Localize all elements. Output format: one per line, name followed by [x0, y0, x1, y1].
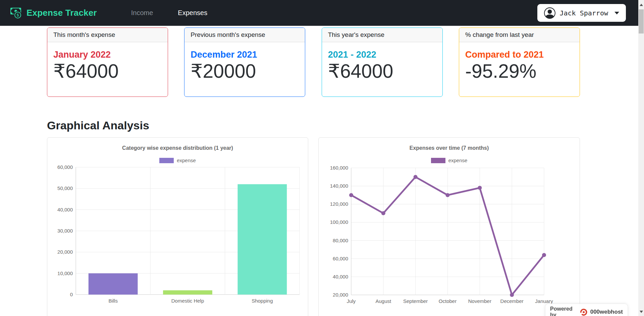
- chevron-down-icon: [614, 12, 619, 14]
- line-chart-legend[interactable]: expense: [319, 157, 580, 163]
- card-header: This year's expense: [322, 28, 442, 42]
- svg-text:September: September: [403, 298, 428, 304]
- powered-by-label: Powered by: [550, 306, 577, 316]
- card-this-month: This month's expense January 2022 ₹64000: [47, 27, 168, 97]
- svg-text:July: July: [347, 298, 356, 304]
- scrollbar-thumb[interactable]: [639, 9, 644, 34]
- svg-text:November: November: [468, 298, 491, 304]
- card-subtitle: 2021 - 2022: [328, 50, 436, 60]
- legend-swatch: [431, 158, 445, 163]
- bar-chart-card: Category wise expense distribution (1 ye…: [47, 137, 308, 316]
- top-navbar: Expense Tracker Income Expenses Jack Spa…: [0, 0, 638, 26]
- card-body: 2021 - 2022 ₹64000: [322, 42, 442, 81]
- card-percent-change: % change from last year Compared to 2021…: [459, 27, 580, 97]
- nav-item-expenses[interactable]: Expenses: [172, 6, 213, 20]
- svg-text:40,000: 40,000: [57, 207, 73, 212]
- person-circle-icon: [544, 7, 555, 19]
- card-header: This month's expense: [47, 28, 168, 42]
- svg-text:60,000: 60,000: [333, 256, 348, 261]
- legend-label: expense: [448, 157, 468, 163]
- nav-item-income[interactable]: Income: [126, 6, 159, 20]
- user-menu-button[interactable]: Jack Sparrow: [537, 4, 626, 22]
- svg-text:August: August: [375, 298, 391, 304]
- svg-text:October: October: [439, 298, 457, 304]
- user-name: Jack Sparrow: [560, 9, 608, 17]
- brand-title: Expense Tracker: [26, 8, 97, 18]
- legend-label: expense: [177, 157, 196, 163]
- summary-cards-row: This month's expense January 2022 ₹64000…: [47, 27, 580, 97]
- bar-chart-plot: 010,00020,00030,00040,00050,00060,000Bil…: [47, 165, 308, 308]
- svg-text:0: 0: [70, 292, 73, 297]
- card-subtitle: December 2021: [191, 50, 299, 60]
- card-header: Previous month's expense: [184, 28, 305, 42]
- section-title: Graphical Analysis: [47, 119, 580, 132]
- card-subtitle: Compared to 2021: [465, 50, 574, 60]
- svg-text:Shopping: Shopping: [252, 298, 273, 304]
- card-this-year: This year's expense 2021 - 2022 ₹64000: [322, 27, 443, 97]
- vertical-scrollbar[interactable]: [638, 0, 644, 316]
- svg-text:January: January: [535, 298, 553, 304]
- svg-text:50,000: 50,000: [57, 185, 73, 191]
- card-value: ₹64000: [328, 61, 436, 81]
- card-value: ₹20000: [191, 61, 299, 81]
- svg-text:120,000: 120,000: [330, 201, 348, 207]
- scroll-up-arrow[interactable]: [638, 2, 644, 8]
- powered-by-brand: 000webhost: [590, 309, 623, 315]
- bar-chart-title: Category wise expense distribution (1 ye…: [47, 145, 308, 151]
- powered-by-badge[interactable]: Powered by 000webhost: [545, 304, 628, 316]
- svg-text:30,000: 30,000: [57, 228, 73, 234]
- line-chart-card: Expenses over time (7 months) expense 20…: [318, 137, 580, 316]
- svg-text:40,000: 40,000: [333, 274, 348, 279]
- svg-text:Domestic Help: Domestic Help: [171, 298, 204, 304]
- bar-chart-legend[interactable]: expense: [47, 157, 308, 163]
- svg-text:60,000: 60,000: [57, 165, 73, 170]
- svg-text:December: December: [500, 298, 524, 304]
- card-subtitle: January 2022: [53, 50, 162, 60]
- cash-coin-icon: [9, 8, 22, 18]
- line-chart-plot: 20,00040,00060,00080,000100,000120,00014…: [319, 165, 580, 308]
- card-body: December 2021 ₹20000: [184, 42, 305, 81]
- legend-swatch: [159, 158, 174, 163]
- card-header: % change from last year: [459, 28, 580, 42]
- svg-text:100,000: 100,000: [330, 219, 348, 225]
- svg-text:140,000: 140,000: [330, 183, 348, 189]
- line-chart-title: Expenses over time (7 months): [319, 145, 580, 151]
- card-value: -95.29%: [465, 61, 574, 81]
- brand[interactable]: Expense Tracker: [9, 8, 97, 18]
- svg-text:20,000: 20,000: [333, 292, 348, 298]
- svg-text:20,000: 20,000: [57, 249, 73, 255]
- svg-text:80,000: 80,000: [333, 238, 348, 243]
- card-body: Compared to 2021 -95.29%: [459, 42, 580, 81]
- scroll-down-arrow[interactable]: [638, 309, 644, 315]
- main-nav: Income Expenses: [126, 6, 213, 20]
- svg-text:10,000: 10,000: [57, 270, 73, 276]
- card-previous-month: Previous month's expense December 2021 ₹…: [184, 27, 305, 97]
- 000webhost-logo-icon: [580, 308, 588, 316]
- charts-row: Category wise expense distribution (1 ye…: [47, 137, 580, 316]
- svg-text:Bills: Bills: [108, 298, 118, 304]
- card-body: January 2022 ₹64000: [47, 42, 168, 81]
- svg-text:160,000: 160,000: [330, 165, 348, 171]
- card-value: ₹64000: [53, 61, 162, 81]
